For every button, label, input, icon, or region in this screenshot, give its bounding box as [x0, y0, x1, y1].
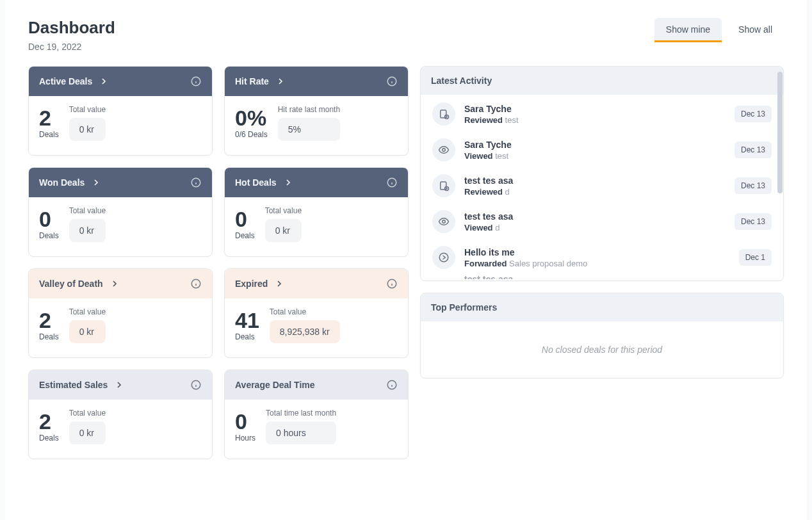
card-expired-title: Expired: [235, 279, 268, 289]
card-hot-deals-header[interactable]: Hot Deals: [225, 168, 408, 197]
card-active-deals[interactable]: Active Deals 2 Deals Total value 0 kr: [28, 66, 213, 156]
activity-date-badge: Dec 13: [735, 106, 772, 122]
card-active-deals-header[interactable]: Active Deals: [29, 67, 212, 96]
won-deals-unit: Deals: [39, 231, 59, 240]
hit-rate-value-label: Hit rate last month: [278, 105, 340, 114]
active-deals-value-label: Total value: [69, 105, 106, 114]
activity-row[interactable]: Sara TycheViewed testDec 13: [421, 131, 783, 167]
card-expired[interactable]: Expired 41 Deals Total value 8,925,938 k…: [224, 268, 409, 358]
activity-action: Reviewed d: [464, 187, 726, 197]
info-icon: [386, 278, 398, 289]
tabs-group: Show mine Show all: [654, 18, 784, 41]
card-won-deals[interactable]: Won Deals 0 Deals Total value 0 kr: [28, 167, 213, 257]
svg-point-13: [443, 220, 446, 223]
hot-deals-unit: Deals: [235, 231, 255, 240]
activity-name: Sara Tyche: [464, 139, 726, 151]
activity-date-badge: Dec 13: [735, 142, 772, 158]
activity-name: test tes asa: [464, 211, 726, 223]
expired-unit: Deals: [235, 332, 255, 341]
svg-rect-11: [441, 182, 446, 190]
estimated-unit: Deals: [39, 434, 59, 443]
activity-date-badge: Dec 13: [735, 213, 772, 230]
card-hit-rate-header[interactable]: Hit Rate: [225, 67, 408, 96]
valley-count: 2: [39, 309, 51, 331]
card-won-deals-header[interactable]: Won Deals: [29, 168, 212, 197]
activity-date-badge: Dec 1: [739, 249, 772, 266]
card-won-deals-title: Won Deals: [39, 177, 85, 188]
card-hot-deals[interactable]: Hot Deals 0 Deals Total value 0 kr: [224, 167, 409, 257]
activity-action: Reviewed test: [464, 115, 726, 125]
estimated-value: 0 kr: [69, 421, 106, 444]
hot-deals-count: 0: [235, 208, 247, 230]
info-icon: [190, 76, 202, 87]
activity-row[interactable]: Sara TycheReviewed testDec 13: [421, 95, 783, 131]
estimated-count: 2: [39, 410, 51, 432]
chevron-right-icon: [275, 76, 286, 86]
info-icon: [386, 177, 398, 188]
card-hit-rate[interactable]: Hit Rate 0% 0/6 Deals Hit rate last mont…: [224, 66, 409, 156]
latest-activity-title: Latest Activity: [431, 76, 492, 86]
hit-rate-value: 5%: [278, 118, 340, 141]
top-performers-title: Top Performers: [431, 302, 497, 313]
expired-value-label: Total value: [270, 307, 340, 316]
activity-row[interactable]: Hello its meForwarded Sales proposal dem…: [421, 238, 783, 274]
activity-name: Hello its me: [464, 247, 730, 259]
card-top-performers: Top Performers No closed deals for this …: [420, 293, 784, 378]
reviewed-icon: [432, 102, 455, 126]
info-icon: [190, 379, 202, 391]
card-estimated-sales[interactable]: Estimated Sales 2 Deals Total value 0 kr: [28, 370, 213, 459]
svg-point-14: [439, 253, 448, 262]
chevron-right-icon: [114, 380, 124, 390]
expired-count: 41: [235, 309, 259, 331]
card-valley-header[interactable]: Valley of Death: [29, 269, 212, 298]
card-latest-activity: Latest Activity Sara TycheReviewed testD…: [420, 66, 784, 281]
card-valley-of-death[interactable]: Valley of Death 2 Deals Total value 0 kr: [28, 268, 213, 358]
activity-cut-row: test tes asa: [421, 274, 783, 279]
card-estimated-header[interactable]: Estimated Sales: [29, 370, 212, 400]
activity-name: test tes asa: [464, 175, 726, 187]
activity-action: Forwarded Sales proposal demo: [464, 259, 730, 268]
expired-value: 8,925,938 kr: [270, 320, 340, 343]
activity-row[interactable]: test tes asaViewed dDec 13: [421, 202, 783, 238]
active-deals-count: 2: [39, 107, 51, 129]
avg-deal-count: 0: [235, 410, 247, 432]
viewed-icon: [432, 210, 455, 233]
avg-deal-unit: Hours: [235, 434, 256, 443]
active-deals-value: 0 kr: [69, 118, 106, 141]
latest-activity-header: Latest Activity: [421, 67, 783, 95]
page-title: Dashboard: [28, 18, 115, 38]
chevron-right-icon: [110, 279, 120, 289]
activity-row[interactable]: test tes asaReviewed dDec 13: [421, 167, 783, 202]
card-expired-header[interactable]: Expired: [225, 269, 408, 298]
hit-rate-detail: 0/6 Deals: [235, 130, 268, 139]
activity-list: Sara TycheReviewed testDec 13Sara TycheV…: [421, 95, 783, 274]
won-deals-count: 0: [39, 208, 51, 230]
chevron-right-icon: [99, 76, 109, 86]
card-active-deals-title: Active Deals: [39, 76, 92, 86]
activity-action: Viewed d: [464, 223, 726, 232]
scrollbar[interactable]: [777, 72, 783, 193]
info-icon: [190, 177, 202, 188]
info-icon: [386, 379, 398, 391]
hot-deals-value: 0 kr: [265, 219, 302, 242]
card-estimated-title: Estimated Sales: [39, 380, 108, 390]
activity-name: Sara Tyche: [464, 103, 726, 115]
chevron-right-icon: [274, 279, 284, 289]
reviewed-icon: [432, 174, 455, 197]
valley-value-label: Total value: [69, 307, 106, 316]
chevron-right-icon: [283, 177, 293, 188]
won-deals-value: 0 kr: [69, 219, 106, 242]
card-avg-deal-title: Average Deal Time: [235, 380, 315, 390]
tab-show-mine[interactable]: Show mine: [654, 18, 722, 41]
activity-action: Viewed test: [464, 151, 726, 161]
info-icon: [386, 76, 398, 87]
top-performers-empty: No closed deals for this period: [421, 321, 783, 378]
activity-date-badge: Dec 13: [735, 177, 772, 194]
card-avg-deal-header[interactable]: Average Deal Time: [225, 370, 408, 400]
tab-show-all[interactable]: Show all: [727, 18, 784, 41]
svg-rect-8: [441, 110, 446, 118]
card-hit-rate-title: Hit Rate: [235, 76, 269, 86]
viewed-icon: [432, 138, 455, 161]
info-icon: [190, 278, 202, 289]
card-avg-deal-time[interactable]: Average Deal Time 0 Hours Total time las…: [224, 370, 409, 459]
